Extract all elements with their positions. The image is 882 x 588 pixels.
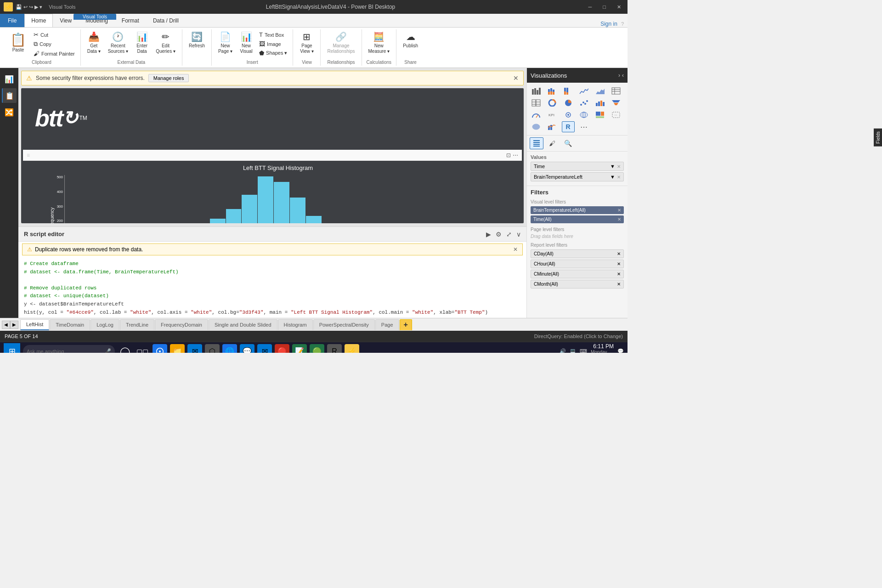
copy-button[interactable]: ⧉ Copy	[32, 40, 77, 49]
field-brain-temp[interactable]: BrainTemperatureLeft ▼ ✕	[531, 172, 624, 181]
taskbar-cortana[interactable]: ◯	[118, 344, 132, 353]
r-settings-icon[interactable]: ⚙	[496, 231, 502, 238]
viz-icon-matrix[interactable]	[530, 97, 543, 108]
filter-time-remove[interactable]: ✕	[617, 217, 621, 222]
close-button[interactable]: ✕	[614, 3, 624, 11]
taskbar-mail-icon[interactable]: ✉	[187, 344, 202, 353]
viz-icon-100-stacked[interactable]	[562, 85, 575, 96]
viz-icon-funnel[interactable]	[610, 97, 622, 108]
field-brain-dropdown[interactable]: ▼	[610, 174, 615, 180]
chart-fullscreen-icon[interactable]: ⊡	[506, 152, 511, 158]
tab-left-hist[interactable]: LeftHist	[20, 319, 49, 330]
viz-analytics-tool[interactable]: 🔍	[561, 137, 575, 149]
taskbar-clock[interactable]: 6:11 PM Monday 12/12/2016	[591, 343, 614, 353]
refresh-button[interactable]: 🔄 Refresh	[186, 30, 208, 50]
sign-in-button[interactable]: Sign in	[600, 21, 617, 27]
start-button[interactable]: ⊞	[4, 343, 20, 353]
sidebar-data-icon[interactable]: 📋	[2, 88, 17, 103]
viz-icon-table[interactable]	[610, 85, 622, 96]
taskbar-word-icon[interactable]: 📝	[292, 344, 307, 353]
paste-button[interactable]: 📋 Paste	[6, 30, 30, 54]
viz-icon-line[interactable]	[577, 85, 590, 96]
viz-icon-pie[interactable]	[562, 97, 575, 108]
filter-cday-remove[interactable]: ✕	[617, 251, 621, 256]
filter-cminute-remove[interactable]: ✕	[617, 271, 621, 277]
new-visual-button[interactable]: 📊 NewVisual	[237, 30, 255, 55]
field-time-dropdown[interactable]: ▼	[610, 164, 615, 169]
maximize-button[interactable]: □	[600, 3, 609, 11]
viz-icon-slicer[interactable]	[562, 109, 575, 120]
viz-icon-map[interactable]	[577, 109, 590, 120]
add-page-button[interactable]: +	[400, 319, 412, 330]
taskbar-r-icon[interactable]: R	[327, 344, 342, 353]
shapes-button[interactable]: ⬟ Shapes ▾	[257, 49, 289, 57]
new-measure-button[interactable]: 🧮 NewMeasure ▾	[366, 30, 393, 55]
filter-brain-remove[interactable]: ✕	[617, 208, 621, 213]
r-expand-icon[interactable]: ⤢	[506, 231, 512, 238]
image-button[interactable]: 🖼 Image	[257, 40, 289, 48]
viz-format-tool[interactable]: 🖌	[545, 137, 559, 149]
page-prev-button[interactable]: ◀	[2, 321, 10, 329]
tab-home[interactable]: Home	[24, 14, 53, 27]
cut-button[interactable]: ✂ Cut	[32, 30, 77, 39]
tab-trend-line[interactable]: TrendLine	[120, 319, 154, 330]
taskbar-outlook-icon[interactable]: ✉	[257, 344, 272, 353]
taskbar-sound-icon[interactable]: 🔊	[560, 348, 566, 353]
panel-chevron-right[interactable]: ›	[618, 72, 620, 79]
taskbar-task-view[interactable]: ▢▢	[135, 344, 150, 353]
enter-data-button[interactable]: 📊 EnterData	[133, 30, 151, 55]
tab-data-drill[interactable]: Data / Drill	[146, 14, 186, 27]
r-collapse-icon[interactable]: ∨	[516, 231, 521, 238]
filter-cmonth-remove[interactable]: ✕	[617, 282, 621, 287]
filter-cminute[interactable]: CMinute(All) ✕	[531, 270, 624, 278]
tab-frequency-domain[interactable]: FrequencyDomain	[155, 319, 208, 330]
new-page-button[interactable]: 📄 NewPage ▾	[215, 30, 235, 55]
get-data-button[interactable]: 📥 GetData ▾	[85, 30, 103, 55]
taskbar-powerbi-icon[interactable]: ⚡	[345, 344, 359, 353]
filter-chour-remove[interactable]: ✕	[617, 261, 621, 266]
panel-chevron-left[interactable]: ‹	[622, 72, 624, 79]
manage-roles-button[interactable]: Manage roles	[148, 74, 189, 82]
page-view-button[interactable]: ⊞ PageView ▾	[297, 30, 316, 55]
direct-query-status[interactable]: DirectQuery: Enabled (Click to Change)	[534, 334, 623, 339]
viz-icon-waterfall[interactable]	[594, 97, 606, 108]
format-painter-button[interactable]: 🖌 Format Painter	[32, 49, 77, 58]
duplicate-warning-close[interactable]: ✕	[513, 246, 518, 253]
field-time-remove[interactable]: ✕	[617, 164, 621, 169]
taskbar-skype-icon[interactable]: 💬	[240, 344, 254, 353]
page-next-button[interactable]: ▶	[10, 321, 18, 329]
viz-icon-treemap[interactable]	[594, 109, 606, 120]
taskbar-chrome-icon[interactable]: 🌐	[222, 344, 237, 353]
tab-histogram[interactable]: Histogram	[278, 319, 313, 330]
recent-sources-button[interactable]: 🕐 RecentSources ▾	[105, 30, 131, 55]
file-tab[interactable]: File	[0, 14, 24, 27]
taskbar-notification-icon[interactable]: 💬	[617, 348, 624, 353]
tab-single-double-slided[interactable]: Single and Double Slided	[209, 319, 277, 330]
viz-icon-combo[interactable]	[546, 121, 559, 132]
filter-cmonth[interactable]: CMonth(All) ✕	[531, 280, 624, 288]
taskbar-edge-icon[interactable]	[153, 344, 167, 353]
viz-icon-filled-map[interactable]	[530, 121, 543, 132]
taskbar-explorer-icon[interactable]: 📁	[170, 344, 185, 353]
taskbar-excel-icon[interactable]: 🟢	[310, 344, 324, 353]
edit-queries-button[interactable]: ✏ EditQueries ▾	[153, 30, 178, 55]
minimize-button[interactable]: ─	[586, 3, 595, 11]
sidebar-model-icon[interactable]: 🔀	[2, 105, 17, 119]
publish-button[interactable]: ☁ Publish	[400, 30, 421, 50]
field-time[interactable]: Time ▼ ✕	[531, 162, 624, 171]
tab-power-spectral[interactable]: PowerSpectralDensity	[313, 319, 375, 330]
viz-icon-area[interactable]	[594, 85, 606, 96]
filter-time[interactable]: Time(All) ✕	[531, 215, 624, 223]
tab-format[interactable]: Format	[115, 14, 146, 27]
sidebar-report-icon[interactable]: 📊	[2, 72, 17, 86]
manage-relationships-button[interactable]: 🔗 ManageRelationships	[324, 30, 357, 55]
filter-cday[interactable]: CDay(All) ✕	[531, 249, 624, 258]
tab-log-log[interactable]: LogLog	[90, 319, 119, 330]
r-run-icon[interactable]: ▶	[486, 231, 491, 238]
viz-fields-tool[interactable]	[530, 137, 543, 149]
filter-chour[interactable]: CHour(All) ✕	[531, 260, 624, 268]
viz-icon-custom[interactable]: ···	[610, 109, 622, 120]
r-editor-code[interactable]: # Create dataframe # dataset <- data.fra…	[18, 257, 526, 315]
viz-icon-r-visual[interactable]: R	[562, 121, 575, 132]
taskbar-search-input[interactable]	[23, 345, 115, 353]
